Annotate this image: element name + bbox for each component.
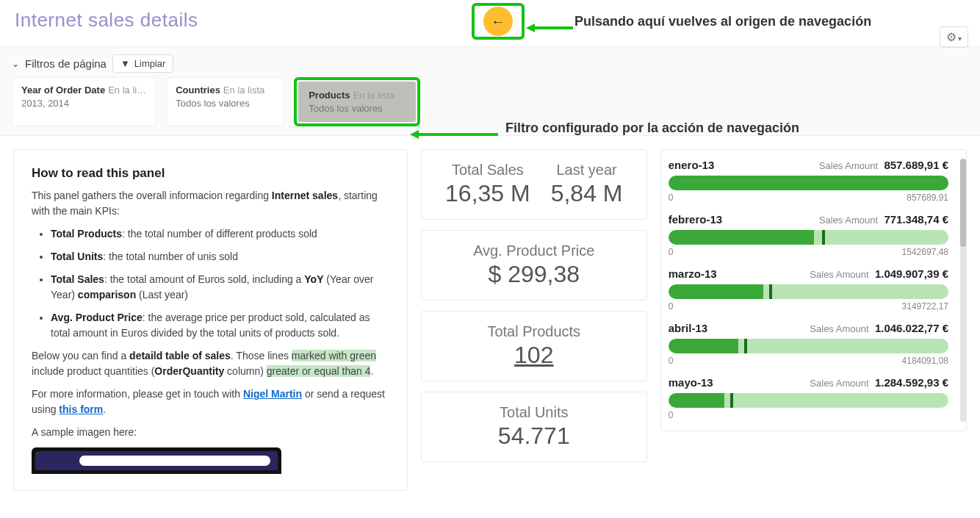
month-meta: Sales Amount	[810, 323, 868, 334]
month-row: marzo-13 Sales Amount 1.049.907,39 € 031…	[669, 267, 948, 312]
bar-track	[669, 230, 948, 245]
bar-track	[669, 284, 948, 299]
kpi-total-units: Total Units 54.771	[421, 392, 647, 462]
bar-fill	[669, 176, 948, 190]
arrow-left-icon: ←	[491, 13, 505, 30]
month-value: 857.689,91 €	[884, 159, 948, 171]
month-value: 1.046.022,77 €	[875, 322, 948, 334]
bar-track	[669, 176, 948, 190]
month-value: 1.049.907,39 €	[875, 267, 948, 280]
range-min: 0	[669, 193, 674, 203]
bar-track	[669, 339, 948, 353]
month-row: febrero-13 Sales Amount 771.348,74 € 015…	[669, 213, 948, 257]
filters-toggle[interactable]: ⌄	[12, 59, 19, 69]
range-max: 3149722,17	[902, 301, 948, 312]
gear-icon: ⚙	[946, 31, 956, 43]
settings-button[interactable]: ⚙▾	[940, 26, 968, 48]
info-more: For more information, please get in touc…	[32, 386, 389, 417]
range-max: 1542697,48	[902, 247, 948, 257]
annotation-arrow-icon	[526, 21, 573, 35]
kpi-label: Last year	[551, 162, 623, 179]
bullet-avg-price: Avg. Product Price: the average price pe…	[51, 310, 389, 341]
kpi-total-products: Total Products 102	[421, 311, 647, 381]
filter-card-products[interactable]: ProductsEn la lista Todos los valores	[298, 82, 416, 122]
month-row: abril-13 Sales Amount 1.046.022,77 € 041…	[669, 322, 948, 366]
filter-cond: En la li…	[108, 84, 146, 96]
kpi-total-sales: Total Sales 16,35 M Last year 5,84 M	[421, 149, 647, 220]
info-panel: How to read this panel This panel gather…	[13, 149, 408, 491]
filter-card-countries[interactable]: CountriesEn la lista Todos los valores	[166, 77, 284, 126]
bar-fill	[669, 393, 724, 408]
info-intro: This panel gathers the overall informaci…	[32, 188, 389, 219]
clear-label: Limpiar	[134, 58, 166, 69]
kpi-value[interactable]: 102	[429, 342, 639, 369]
month-name: febrero-13	[669, 213, 722, 226]
filter-cond: En la lista	[353, 90, 394, 101]
sample-caption: A sample imagen here:	[32, 425, 389, 440]
info-title: How to read this panel	[32, 166, 389, 181]
filter-value: Todos los valores	[176, 97, 274, 110]
filter-card-year[interactable]: Year of Order DateEn la li… 2013, 2014	[12, 77, 156, 126]
filters-heading: Filtros de página	[25, 57, 107, 70]
filter-icon: ▼	[120, 58, 130, 69]
filter-name: Products	[309, 90, 350, 101]
month-meta: Sales Amount	[819, 160, 878, 171]
kpi-value: $ 299,38	[429, 261, 639, 288]
kpi-label: Total Products	[429, 323, 639, 340]
caret-down-icon: ▾	[958, 35, 962, 43]
months-panel: enero-13 Sales Amount 857.689,91 € 08576…	[660, 149, 967, 431]
clear-filters-button[interactable]: ▼ Limpiar	[112, 54, 174, 73]
range-max: 4184091,08	[902, 356, 948, 366]
filter-highlight: ProductsEn la lista Todos los valores	[294, 77, 420, 126]
range-min: 0	[669, 247, 674, 257]
filter-name: Countries	[176, 84, 220, 96]
kpi-value: 5,84 M	[551, 180, 623, 207]
annotation-back: Pulsando aquí vuelves al origen de naveg…	[574, 14, 871, 29]
link-nigel[interactable]: Nigel Martin	[243, 388, 302, 400]
bar-fill	[669, 230, 814, 245]
month-name: abril-13	[669, 322, 707, 334]
svg-marker-3	[410, 130, 419, 139]
bar-fill	[669, 339, 738, 353]
link-form[interactable]: this form	[59, 403, 103, 415]
annotation-filter: Filtro configurado por la acción de nave…	[505, 120, 799, 136]
bullet-total-products: Total Products: the total number of diff…	[51, 226, 389, 242]
filter-name: Year of Order Date	[21, 84, 105, 96]
filter-value: 2013, 2014	[21, 97, 146, 110]
range-min: 0	[669, 410, 674, 420]
back-highlight: ←	[472, 3, 525, 40]
range-max: 857689,91	[907, 193, 948, 203]
month-name: marzo-13	[669, 267, 717, 280]
month-name: mayo-13	[669, 376, 713, 389]
filter-value: Todos los valores	[309, 102, 406, 115]
month-name: enero-13	[669, 159, 715, 171]
month-row: enero-13 Sales Amount 857.689,91 € 08576…	[669, 159, 948, 203]
month-meta: Sales Amount	[819, 215, 878, 226]
range-min: 0	[669, 301, 674, 312]
kpi-value: 16,35 M	[445, 180, 530, 207]
kpi-label: Avg. Product Price	[429, 242, 639, 259]
range-min: 0	[669, 356, 674, 366]
month-meta: Sales Amount	[810, 378, 868, 389]
info-below: Below you can find a detaild table of sa…	[32, 348, 389, 379]
annotation-arrow-icon	[410, 128, 498, 141]
kpi-value: 54.771	[429, 422, 639, 450]
month-value: 1.284.592,93 €	[875, 376, 948, 389]
page-title: Internet sales details	[15, 9, 198, 32]
filter-cond: En la lista	[223, 84, 264, 96]
kpi-label: Total Units	[429, 404, 639, 421]
svg-marker-1	[526, 24, 535, 32]
sample-image	[32, 447, 281, 474]
bullet-total-units: Total Units: the total number of unis so…	[51, 249, 389, 265]
back-button[interactable]: ←	[483, 7, 513, 36]
kpi-label: Total Sales	[445, 162, 530, 179]
month-meta: Sales Amount	[810, 269, 868, 280]
bar-fill	[669, 284, 764, 299]
month-row: mayo-13 Sales Amount 1.284.592,93 € 0	[669, 376, 948, 420]
bar-track	[669, 393, 948, 408]
bullet-total-sales: Total Sales: the total amount of Euros s…	[51, 272, 389, 303]
scrollbar-thumb[interactable]	[960, 159, 966, 247]
scrollbar[interactable]	[960, 159, 966, 422]
kpi-avg-price: Avg. Product Price $ 299,38	[421, 230, 647, 301]
month-value: 771.348,74 €	[884, 213, 948, 226]
